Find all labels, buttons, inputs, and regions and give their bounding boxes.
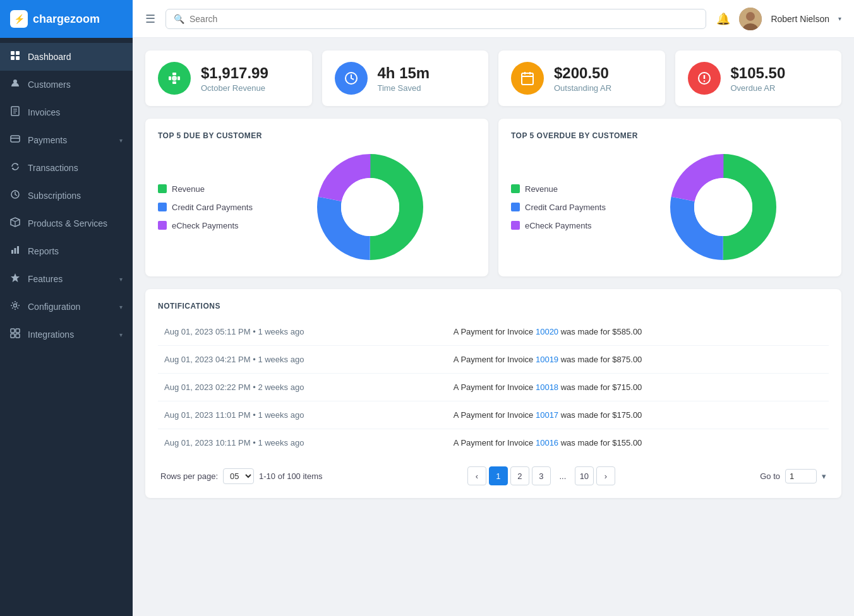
invoices-icon [10, 106, 21, 119]
sidebar-label-transactions: Transactions [28, 163, 123, 173]
rows-per-page-label: Rows per page: [160, 471, 218, 481]
table-row: Aug 01, 2023 02:22 PM • 2 weeks ago A Pa… [158, 374, 829, 401]
page-1-button[interactable]: 1 [489, 466, 508, 485]
notification-bell-icon[interactable]: 🔔 [716, 12, 730, 26]
svg-rect-23 [16, 334, 20, 338]
rows-per-page-select[interactable]: 05 10 25 [223, 468, 254, 484]
legend-item-cc-right: Credit Card Payments [511, 203, 606, 212]
svg-point-47 [694, 178, 752, 236]
goto-input[interactable] [785, 469, 817, 483]
svg-line-13 [15, 220, 20, 222]
svg-point-39 [703, 80, 704, 81]
pagination-bar: Rows per page: 05 10 25 1-10 of 100 item… [158, 466, 829, 485]
sidebar-label-customers: Customers [28, 80, 123, 90]
products-icon [10, 217, 21, 230]
logo-area[interactable]: ⚡ chargezoom [0, 0, 133, 38]
svg-rect-15 [11, 250, 13, 254]
page-controls: ‹ 1 2 3 ... 10 › [467, 466, 615, 485]
notif-message-2: A Payment for Invoice 10018 was made for… [447, 374, 829, 401]
sidebar-item-customers[interactable]: Customers [0, 71, 133, 98]
stat-label-outstanding: Outstanding AR [554, 83, 611, 93]
svg-rect-0 [11, 51, 15, 55]
chart-left-legend: Revenue Credit Card Payments eCheck Paym… [158, 184, 253, 230]
chart-right-legend: Revenue Credit Card Payments eCheck Paym… [511, 184, 606, 230]
svg-rect-28 [172, 73, 176, 75]
svg-line-12 [11, 220, 15, 222]
notifications-table: Aug 01, 2023 05:11 PM • 1 weeks ago A Pa… [158, 318, 829, 456]
sidebar-label-subscriptions: Subscriptions [28, 191, 123, 201]
svg-rect-29 [172, 81, 176, 84]
legend-label-cc-right: Credit Card Payments [525, 203, 606, 212]
legend-dot-echeck-left [158, 221, 167, 230]
sidebar-item-reports[interactable]: Reports [0, 237, 133, 265]
legend-dot-echeck-right [511, 221, 520, 230]
transactions-icon [10, 162, 21, 174]
chevron-features-icon: ▾ [119, 276, 123, 283]
svg-rect-3 [16, 56, 20, 60]
svg-point-19 [14, 304, 17, 307]
page-10-button[interactable]: 10 [575, 466, 594, 485]
sidebar-item-subscriptions[interactable]: Subscriptions [0, 182, 133, 210]
svg-rect-9 [11, 136, 20, 142]
invoice-link-10018[interactable]: 10018 [536, 382, 558, 392]
sidebar-item-payments[interactable]: Payments ▾ [0, 126, 133, 154]
invoice-link-10019[interactable]: 10019 [536, 355, 558, 364]
invoice-link-10020[interactable]: 10020 [536, 327, 558, 336]
sidebar-label-reports: Reports [28, 246, 123, 256]
legend-item-echeck-left: eCheck Payments [158, 221, 253, 230]
notif-message-0: A Payment for Invoice 10020 was made for… [447, 318, 829, 346]
notif-timestamp-1: Aug 01, 2023 04:21 PM • 1 weeks ago [158, 346, 447, 374]
search-box[interactable]: 🔍 [165, 9, 706, 29]
stat-value-time_saved: 4h 15m [378, 64, 430, 82]
search-icon: 🔍 [174, 14, 184, 24]
integrations-icon [10, 328, 21, 341]
table-row: Aug 01, 2023 10:11 PM • 1 weeks ago A Pa… [158, 429, 829, 457]
notif-timestamp-0: Aug 01, 2023 05:11 PM • 1 weeks ago [158, 318, 447, 346]
legend-dot-cc-right [511, 203, 520, 211]
invoice-link-10017[interactable]: 10017 [536, 410, 558, 420]
sidebar-label-invoices: Invoices [28, 107, 123, 117]
donut-left [265, 150, 476, 264]
prev-page-button[interactable]: ‹ [467, 466, 486, 485]
goto-chevron-icon[interactable]: ▾ [822, 471, 826, 481]
svg-rect-31 [177, 76, 180, 80]
search-input[interactable] [189, 14, 698, 24]
table-row: Aug 01, 2023 05:11 PM • 1 weeks ago A Pa… [158, 318, 829, 346]
stat-label-time_saved: Time Saved [378, 83, 430, 93]
subscriptions-icon [10, 189, 21, 202]
notif-timestamp-2: Aug 01, 2023 02:22 PM • 2 weeks ago [158, 374, 447, 401]
notifications-title: NOTIFICATIONS [158, 302, 829, 311]
sidebar-item-features[interactable]: Features ▾ [0, 265, 133, 293]
stat-label-revenue: October Revenue [201, 83, 268, 93]
header-right: 🔔 Robert Nielson ▾ [716, 8, 841, 30]
goto-label: Go to [760, 471, 780, 481]
sidebar-label-integrations: Integrations [28, 329, 113, 340]
logo-icon: ⚡ [10, 10, 28, 28]
sidebar-label-dashboard: Dashboard [28, 52, 123, 62]
sidebar-item-configuration[interactable]: Configuration ▾ [0, 293, 133, 321]
sidebar-item-products[interactable]: Products & Services [0, 210, 133, 237]
hamburger-icon[interactable]: ☰ [145, 12, 155, 26]
sidebar-item-transactions[interactable]: Transactions [0, 154, 133, 182]
page-ellipsis: ... [553, 466, 572, 485]
sidebar-item-integrations[interactable]: Integrations ▾ [0, 321, 133, 348]
svg-marker-18 [11, 273, 20, 282]
next-page-button[interactable]: › [596, 466, 615, 485]
rows-per-page-group: Rows per page: 05 10 25 1-10 of 100 item… [160, 468, 323, 484]
chevron-configuration-icon: ▾ [119, 304, 123, 311]
stats-row: $1,917.99 October Revenue 4h 15m Time Sa… [145, 50, 841, 106]
table-row: Aug 01, 2023 11:01 PM • 1 weeks ago A Pa… [158, 401, 829, 429]
customers-icon [10, 78, 21, 91]
sidebar-item-dashboard[interactable]: Dashboard [0, 43, 133, 71]
notif-message-1: A Payment for Invoice 10019 was made for… [447, 346, 829, 374]
invoice-link-10016[interactable]: 10016 [536, 438, 558, 447]
page-3-button[interactable]: 3 [532, 466, 551, 485]
sidebar-label-payments: Payments [28, 135, 113, 145]
user-chevron-icon[interactable]: ▾ [838, 15, 841, 22]
stat-card-time_saved: 4h 15m Time Saved [322, 50, 489, 106]
sidebar-item-invoices[interactable]: Invoices [0, 98, 133, 126]
chart-left-title: TOP 5 DUE BY CUSTOMER [158, 131, 476, 140]
page-2-button[interactable]: 2 [510, 466, 529, 485]
legend-label-revenue-right: Revenue [525, 184, 558, 194]
stat-card-revenue: $1,917.99 October Revenue [145, 50, 312, 106]
